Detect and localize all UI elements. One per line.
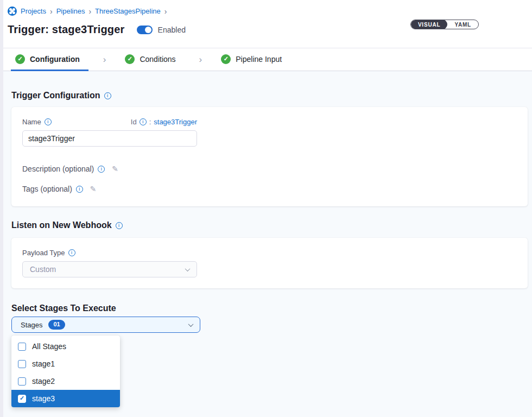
tab-conditions[interactable]: Conditions: [121, 48, 184, 71]
harness-logo-icon: [8, 7, 17, 16]
trigger-name-input[interactable]: [22, 130, 197, 147]
id-value-link[interactable]: stage3Trigger: [154, 118, 197, 126]
breadcrumb-separator: [50, 7, 53, 16]
payload-type-label: Payload Type: [22, 249, 517, 257]
option-stage3[interactable]: stage3: [11, 390, 120, 407]
payload-type-value: Custom: [30, 265, 56, 274]
main-content: Trigger Configuration Name Id : stage3Tr…: [0, 71, 532, 417]
option-label: stage2: [32, 377, 55, 386]
info-icon[interactable]: [104, 92, 111, 99]
info-icon[interactable]: [98, 166, 105, 173]
breadcrumb-link-pipeline-name[interactable]: ThreeStagesPipeline: [95, 7, 161, 15]
heading-text: Select Stages To Execute: [11, 304, 116, 313]
option-label: stage1: [32, 359, 55, 368]
tab-configuration[interactable]: Configuration: [11, 48, 88, 71]
tab-label: Pipeline Input: [236, 55, 282, 64]
info-icon[interactable]: [140, 118, 147, 125]
checkbox-unchecked-icon[interactable]: [18, 343, 26, 351]
option-label: All Stages: [32, 342, 66, 351]
breadcrumb: Projects Pipelines ThreeStagesPipeline: [8, 7, 523, 16]
enabled-toggle[interactable]: [137, 26, 153, 34]
stages-select-label: Stages: [21, 321, 42, 329]
webhook-card: Payload Type Custom: [11, 238, 528, 288]
visual-toggle-button[interactable]: VISUAL: [411, 20, 447, 29]
page-title: Trigger: stage3Trigger: [8, 23, 125, 36]
tab-pipeline-input[interactable]: Pipeline Input: [217, 48, 290, 71]
name-label-row: Name Id : stage3Trigger: [22, 118, 197, 126]
edit-description-icon[interactable]: [112, 165, 118, 173]
option-stage2[interactable]: stage2: [11, 372, 120, 390]
trigger-configuration-heading: Trigger Configuration: [11, 71, 528, 100]
label-text: Payload Type: [22, 249, 65, 257]
breadcrumb-link-pipelines[interactable]: Pipelines: [56, 7, 85, 15]
breadcrumb-separator: [88, 7, 91, 16]
check-circle-icon: [221, 54, 231, 64]
breadcrumb-separator: [164, 7, 167, 16]
info-icon[interactable]: [45, 118, 52, 125]
edit-tags-icon[interactable]: [90, 185, 97, 193]
tab-label: Conditions: [140, 55, 175, 64]
webhook-heading: Listen on New Webhook: [11, 220, 528, 230]
collapsed-sidebar-edge: [0, 0, 3, 417]
heading-text: Trigger Configuration: [11, 91, 100, 100]
id-separator: :: [149, 118, 151, 126]
chevron-wrap: [189, 323, 193, 327]
select-stages-heading: Select Stages To Execute: [11, 304, 528, 313]
chevron-down-icon: [188, 321, 194, 327]
chevron-right-icon: [185, 48, 217, 71]
option-all-stages[interactable]: All Stages: [11, 338, 120, 355]
trigger-configuration-card: Name Id : stage3Trigger Description (opt…: [11, 107, 528, 206]
selected-count-badge: 01: [48, 320, 65, 329]
option-stage1[interactable]: stage1: [11, 355, 120, 372]
tags-label: Tags (optional): [22, 185, 72, 193]
id-label: Id: [131, 118, 137, 126]
wizard-tab-bar: Configuration Conditions Pipeline Input: [0, 48, 532, 71]
label-text: Name: [22, 118, 41, 126]
stages-dropdown-menu: All Stages stage1 stage2 stage3: [11, 336, 120, 407]
visual-yaml-toggle: VISUAL YAML: [410, 20, 479, 29]
checkbox-unchecked-icon[interactable]: [18, 360, 26, 368]
page-header: Projects Pipelines ThreeStagesPipeline T…: [0, 0, 532, 48]
name-label: Name: [22, 118, 52, 126]
payload-type-select[interactable]: Custom: [22, 261, 197, 277]
chevron-right-icon: [88, 48, 121, 71]
checkbox-checked-icon[interactable]: [18, 395, 26, 403]
checkbox-unchecked-icon[interactable]: [18, 377, 26, 386]
chevron-down-icon: [185, 266, 191, 271]
check-circle-icon: [15, 54, 25, 64]
info-icon[interactable]: [68, 249, 75, 256]
info-icon[interactable]: [76, 186, 83, 193]
enabled-toggle-label: Enabled: [158, 26, 186, 34]
info-icon[interactable]: [116, 222, 123, 229]
yaml-toggle-button[interactable]: YAML: [447, 20, 478, 29]
description-row: Description (optional): [22, 165, 517, 173]
breadcrumb-link-projects[interactable]: Projects: [21, 7, 46, 15]
heading-text: Listen on New Webhook: [11, 220, 112, 230]
option-label: stage3: [32, 394, 55, 403]
description-label: Description (optional): [22, 165, 94, 173]
tab-label: Configuration: [30, 55, 80, 64]
tags-row: Tags (optional): [22, 185, 517, 193]
id-group: Id : stage3Trigger: [131, 118, 197, 126]
check-circle-icon: [125, 54, 135, 64]
stages-multiselect[interactable]: Stages 01: [11, 317, 200, 333]
